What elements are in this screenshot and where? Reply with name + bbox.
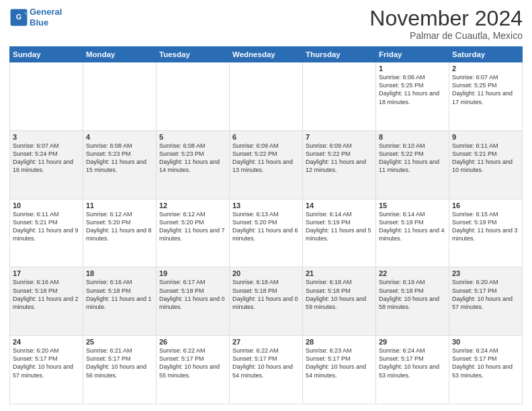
day-number: 4: [86, 133, 153, 141]
day-info: Sunrise: 6:11 AMSunset: 5:21 PMDaylight:…: [452, 142, 519, 175]
day-number: 26: [159, 338, 226, 346]
day-number: 19: [159, 269, 226, 277]
day-info: Sunrise: 6:20 AMSunset: 5:17 PMDaylight:…: [13, 347, 80, 379]
day-info: Sunrise: 6:19 AMSunset: 5:18 PMDaylight:…: [379, 278, 446, 311]
table-row: 22Sunrise: 6:19 AMSunset: 5:18 PMDayligh…: [376, 267, 449, 336]
page: G General Blue November 2024 Palmar de C…: [0, 0, 532, 411]
day-info: Sunrise: 6:13 AMSunset: 5:20 PMDaylight:…: [232, 210, 300, 243]
table-row: 23Sunrise: 6:20 AMSunset: 5:17 PMDayligh…: [449, 267, 523, 336]
day-info: Sunrise: 6:14 AMSunset: 5:19 PMDaylight:…: [379, 210, 446, 243]
table-row: 30Sunrise: 6:24 AMSunset: 5:17 PMDayligh…: [449, 336, 523, 404]
header-tuesday: Tuesday: [157, 47, 230, 62]
calendar-week-row: 1Sunrise: 6:06 AMSunset: 5:25 PMDaylight…: [10, 62, 523, 131]
days-of-week-row: Sunday Monday Tuesday Wednesday Thursday…: [10, 47, 523, 62]
table-row: [10, 62, 83, 131]
logo-icon: G: [9, 8, 28, 27]
table-row: 10Sunrise: 6:11 AMSunset: 5:21 PMDayligh…: [10, 199, 83, 267]
day-info: Sunrise: 6:08 AMSunset: 5:23 PMDaylight:…: [159, 142, 226, 175]
table-row: 5Sunrise: 6:08 AMSunset: 5:23 PMDaylight…: [157, 130, 230, 199]
table-row: 24Sunrise: 6:20 AMSunset: 5:17 PMDayligh…: [10, 336, 83, 404]
day-info: Sunrise: 6:18 AMSunset: 5:18 PMDaylight:…: [306, 278, 373, 311]
table-row: 29Sunrise: 6:24 AMSunset: 5:17 PMDayligh…: [376, 336, 449, 404]
calendar-week-row: 3Sunrise: 6:07 AMSunset: 5:24 PMDaylight…: [10, 130, 523, 199]
day-number: 24: [13, 338, 80, 346]
day-number: 22: [379, 269, 446, 277]
day-info: Sunrise: 6:08 AMSunset: 5:23 PMDaylight:…: [86, 142, 153, 175]
table-row: 3Sunrise: 6:07 AMSunset: 5:24 PMDaylight…: [10, 130, 83, 199]
day-info: Sunrise: 6:22 AMSunset: 5:17 PMDaylight:…: [159, 347, 226, 379]
day-number: 27: [232, 338, 300, 346]
table-row: 20Sunrise: 6:18 AMSunset: 5:18 PMDayligh…: [230, 267, 303, 336]
day-number: 29: [379, 338, 446, 346]
day-info: Sunrise: 6:24 AMSunset: 5:17 PMDaylight:…: [379, 347, 446, 379]
table-row: 18Sunrise: 6:16 AMSunset: 5:18 PMDayligh…: [83, 267, 157, 336]
day-number: 25: [86, 338, 153, 346]
table-row: 12Sunrise: 6:12 AMSunset: 5:20 PMDayligh…: [157, 199, 230, 267]
month-title: November 2024: [369, 7, 523, 30]
day-number: 20: [232, 269, 300, 277]
day-number: 14: [306, 201, 373, 210]
day-info: Sunrise: 6:09 AMSunset: 5:22 PMDaylight:…: [306, 142, 373, 175]
day-info: Sunrise: 6:23 AMSunset: 5:17 PMDaylight:…: [306, 347, 373, 379]
calendar-week-row: 10Sunrise: 6:11 AMSunset: 5:21 PMDayligh…: [10, 199, 523, 267]
table-row: [230, 62, 303, 131]
day-info: Sunrise: 6:20 AMSunset: 5:17 PMDaylight:…: [452, 278, 519, 311]
calendar-week-row: 24Sunrise: 6:20 AMSunset: 5:17 PMDayligh…: [10, 336, 523, 404]
table-row: 11Sunrise: 6:12 AMSunset: 5:20 PMDayligh…: [83, 199, 157, 267]
table-row: 8Sunrise: 6:10 AMSunset: 5:22 PMDaylight…: [376, 130, 449, 199]
day-number: 1: [379, 64, 446, 73]
day-number: 3: [13, 133, 80, 141]
table-row: 21Sunrise: 6:18 AMSunset: 5:18 PMDayligh…: [303, 267, 376, 336]
day-number: 28: [306, 338, 373, 346]
day-info: Sunrise: 6:24 AMSunset: 5:17 PMDaylight:…: [452, 347, 519, 379]
day-number: 11: [86, 201, 153, 210]
table-row: 19Sunrise: 6:17 AMSunset: 5:18 PMDayligh…: [157, 267, 230, 336]
calendar-header: Sunday Monday Tuesday Wednesday Thursday…: [10, 47, 523, 62]
table-row: 1Sunrise: 6:06 AMSunset: 5:25 PMDaylight…: [376, 62, 449, 131]
table-row: 26Sunrise: 6:22 AMSunset: 5:17 PMDayligh…: [157, 336, 230, 404]
table-row: 14Sunrise: 6:14 AMSunset: 5:19 PMDayligh…: [303, 199, 376, 267]
day-info: Sunrise: 6:06 AMSunset: 5:25 PMDaylight:…: [379, 73, 446, 106]
day-info: Sunrise: 6:15 AMSunset: 5:19 PMDaylight:…: [452, 210, 519, 243]
table-row: [303, 62, 376, 131]
table-row: 2Sunrise: 6:07 AMSunset: 5:25 PMDaylight…: [449, 62, 523, 131]
header-thursday: Thursday: [303, 47, 376, 62]
calendar-table: Sunday Monday Tuesday Wednesday Thursday…: [9, 46, 523, 404]
day-number: 21: [306, 269, 373, 277]
day-info: Sunrise: 6:16 AMSunset: 5:18 PMDaylight:…: [13, 278, 80, 311]
day-number: 12: [159, 201, 226, 210]
day-info: Sunrise: 6:14 AMSunset: 5:19 PMDaylight:…: [306, 210, 373, 243]
day-info: Sunrise: 6:11 AMSunset: 5:21 PMDaylight:…: [13, 210, 80, 243]
day-info: Sunrise: 6:21 AMSunset: 5:17 PMDaylight:…: [86, 347, 153, 379]
day-info: Sunrise: 6:12 AMSunset: 5:20 PMDaylight:…: [86, 210, 153, 243]
header-friday: Friday: [376, 47, 449, 62]
day-info: Sunrise: 6:12 AMSunset: 5:20 PMDaylight:…: [159, 210, 226, 243]
day-number: 13: [232, 201, 300, 210]
title-block: November 2024 Palmar de Cuautla, Mexico: [369, 7, 523, 41]
table-row: 4Sunrise: 6:08 AMSunset: 5:23 PMDaylight…: [83, 130, 157, 199]
svg-text:G: G: [16, 13, 21, 21]
table-row: 9Sunrise: 6:11 AMSunset: 5:21 PMDaylight…: [449, 130, 523, 199]
logo-line2: Blue: [30, 17, 48, 28]
header-sunday: Sunday: [10, 47, 83, 62]
table-row: [157, 62, 230, 131]
day-number: 7: [306, 133, 373, 141]
day-info: Sunrise: 6:22 AMSunset: 5:17 PMDaylight:…: [232, 347, 300, 379]
header: G General Blue November 2024 Palmar de C…: [9, 7, 523, 41]
table-row: 7Sunrise: 6:09 AMSunset: 5:22 PMDaylight…: [303, 130, 376, 199]
day-number: 17: [13, 269, 80, 277]
day-number: 9: [452, 133, 519, 141]
day-number: 2: [452, 64, 519, 73]
day-number: 16: [452, 201, 519, 210]
location: Palmar de Cuautla, Mexico: [369, 30, 523, 41]
header-saturday: Saturday: [449, 47, 523, 62]
header-wednesday: Wednesday: [230, 47, 303, 62]
table-row: 6Sunrise: 6:09 AMSunset: 5:22 PMDaylight…: [230, 130, 303, 199]
day-number: 6: [232, 133, 300, 141]
day-number: 10: [13, 201, 80, 210]
day-number: 8: [379, 133, 446, 141]
table-row: 15Sunrise: 6:14 AMSunset: 5:19 PMDayligh…: [376, 199, 449, 267]
day-info: Sunrise: 6:16 AMSunset: 5:18 PMDaylight:…: [86, 278, 153, 311]
day-number: 5: [159, 133, 226, 141]
table-row: 25Sunrise: 6:21 AMSunset: 5:17 PMDayligh…: [83, 336, 157, 404]
